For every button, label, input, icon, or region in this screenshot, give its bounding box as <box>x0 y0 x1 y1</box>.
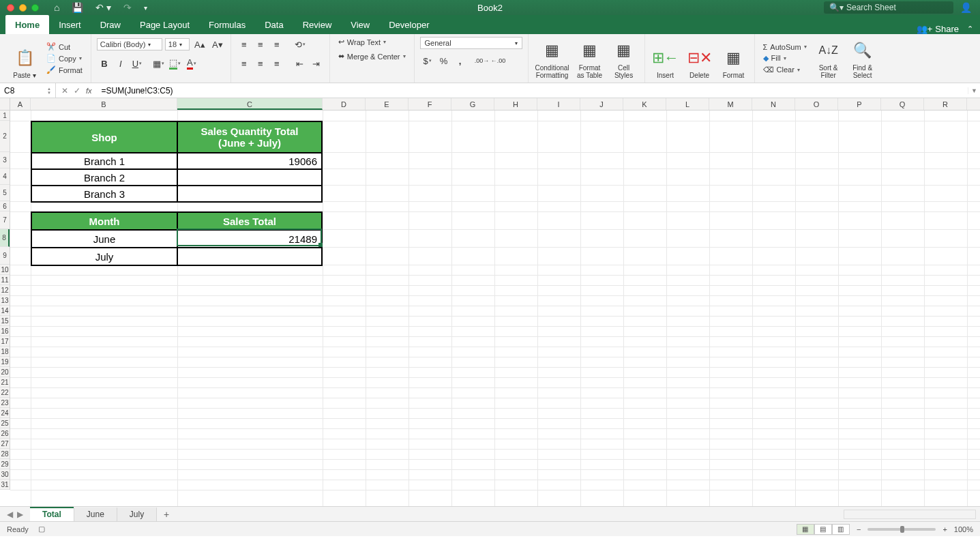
page-break-view-button[interactable]: ▥ <box>832 524 850 535</box>
copy-button[interactable]: 📄Copy▾ <box>44 53 85 63</box>
row-header-2[interactable]: 2 <box>0 121 10 152</box>
row-header-9[interactable]: 9 <box>0 247 10 265</box>
bold-button[interactable]: B <box>97 56 112 71</box>
add-sheet-button[interactable]: + <box>157 509 176 520</box>
clear-button[interactable]: ⌫Clear▾ <box>760 65 810 75</box>
cut-button[interactable]: ✂️Cut <box>44 42 85 52</box>
column-header-I[interactable]: I <box>537 98 580 110</box>
column-header-H[interactable]: H <box>494 98 537 110</box>
horizontal-scrollbar[interactable] <box>844 510 976 519</box>
table-cell[interactable]: Branch 2 <box>31 169 177 186</box>
macro-record-icon[interactable]: ▢ <box>38 525 45 533</box>
tab-insert[interactable]: Insert <box>49 15 91 34</box>
percent-button[interactable]: % <box>436 53 451 68</box>
worksheet-grid[interactable]: ABCDEFGHIJKLMNOPQR 123456789101112131415… <box>0 98 980 506</box>
row-header-7[interactable]: 7 <box>0 211 10 229</box>
increase-font-button[interactable]: A▴ <box>192 37 207 52</box>
row-header-11[interactable]: 11 <box>0 275 10 285</box>
confirm-formula-button[interactable]: ✓ <box>74 86 80 96</box>
row-header-31[interactable]: 31 <box>0 480 10 490</box>
italic-button[interactable]: I <box>113 56 128 71</box>
table-cell[interactable]: 21489 <box>177 230 322 248</box>
number-format-select[interactable]: General▾ <box>420 37 522 49</box>
maximize-window-button[interactable] <box>31 4 39 12</box>
redo-icon[interactable]: ↷ <box>123 2 132 13</box>
table-cell[interactable]: July <box>31 248 177 265</box>
row-header-28[interactable]: 28 <box>0 449 10 459</box>
expand-formula-bar-button[interactable]: ▼ <box>968 87 980 94</box>
cell-styles-button[interactable]: ▦Cell Styles <box>609 37 639 80</box>
row-header-22[interactable]: 22 <box>0 387 10 398</box>
share-button[interactable]: 👥+ Share <box>917 24 959 34</box>
row-header-23[interactable]: 23 <box>0 398 10 408</box>
borders-button[interactable]: ▦▾ <box>151 56 166 71</box>
cancel-formula-button[interactable]: ✕ <box>61 86 68 96</box>
decrease-decimal-button[interactable]: ←.00 <box>491 53 506 68</box>
increase-decimal-button[interactable]: .00→ <box>475 53 490 68</box>
delete-cells-button[interactable]: ⊟✕Delete <box>685 37 715 80</box>
row-header-14[interactable]: 14 <box>0 306 10 316</box>
undo-icon[interactable]: ↶ ▾ <box>95 2 111 13</box>
row-header-16[interactable]: 16 <box>0 326 10 336</box>
row-header-18[interactable]: 18 <box>0 347 10 357</box>
merge-center-button[interactable]: ⬌Merge & Center▾ <box>336 51 409 61</box>
minimize-window-button[interactable] <box>19 4 27 12</box>
row-header-15[interactable]: 15 <box>0 316 10 326</box>
table-cell[interactable] <box>177 248 322 265</box>
row-header-29[interactable]: 29 <box>0 459 10 469</box>
row-header-12[interactable]: 12 <box>0 285 10 295</box>
home-icon[interactable]: ⌂ <box>54 2 59 13</box>
row-header-24[interactable]: 24 <box>0 408 10 418</box>
font-color-button[interactable]: A▾ <box>184 56 199 71</box>
column-header-B[interactable]: B <box>31 98 177 110</box>
comma-button[interactable]: , <box>453 53 468 68</box>
row-header-8[interactable]: 8 <box>0 229 10 247</box>
save-icon[interactable]: 💾 <box>72 2 83 13</box>
tab-view[interactable]: View <box>341 15 379 34</box>
column-header-G[interactable]: G <box>451 98 494 110</box>
tab-data[interactable]: Data <box>255 15 293 34</box>
sheet-tab-july[interactable]: July <box>117 508 157 521</box>
fill-color-button[interactable]: ⬚▾ <box>168 56 183 71</box>
paste-button[interactable]: 📋 Paste ▾ <box>10 37 40 80</box>
row-header-19[interactable]: 19 <box>0 357 10 367</box>
align-top-button[interactable]: ≡ <box>237 37 252 52</box>
format-painter-button[interactable]: 🖌️Format <box>44 65 85 75</box>
prev-sheet-button[interactable]: ◀ <box>7 510 13 519</box>
zoom-level[interactable]: 100% <box>954 525 973 533</box>
column-header-C[interactable]: C <box>177 98 323 110</box>
increase-indent-button[interactable]: ⇥ <box>309 56 324 71</box>
autosum-button[interactable]: ΣAutoSum▾ <box>760 42 810 52</box>
page-layout-view-button[interactable]: ▤ <box>814 524 832 535</box>
column-header-F[interactable]: F <box>409 98 451 110</box>
tab-review[interactable]: Review <box>293 15 342 34</box>
table-cell[interactable]: 19066 <box>177 153 322 169</box>
tab-home[interactable]: Home <box>5 15 49 34</box>
sales-qty-header[interactable]: Sales Quantity Total (June + July) <box>177 121 322 153</box>
row-header-30[interactable]: 30 <box>0 469 10 480</box>
search-sheet-input[interactable]: 🔍▾ Search Sheet <box>824 1 953 14</box>
formula-input[interactable]: =SUM(June!C3:C5) <box>98 86 968 96</box>
find-select-button[interactable]: 🔍Find & Select <box>848 37 878 80</box>
wrap-text-button[interactable]: ↩Wrap Text▾ <box>336 37 389 47</box>
row-header-25[interactable]: 25 <box>0 418 10 428</box>
column-header-K[interactable]: K <box>623 98 666 110</box>
name-box[interactable]: C8 ▲▼ <box>0 83 56 98</box>
column-header-P[interactable]: P <box>838 98 881 110</box>
align-bottom-button[interactable]: ≡ <box>269 37 284 52</box>
table-cell[interactable] <box>177 186 322 202</box>
row-header-1[interactable]: 1 <box>0 111 10 121</box>
column-header-M[interactable]: M <box>709 98 752 110</box>
row-header-13[interactable]: 13 <box>0 295 10 306</box>
font-size-select[interactable]: 18▾ <box>165 38 190 50</box>
column-header-D[interactable]: D <box>323 98 366 110</box>
table-cell[interactable] <box>177 169 322 186</box>
row-header-4[interactable]: 4 <box>0 168 10 185</box>
close-window-button[interactable] <box>7 4 14 12</box>
tab-draw[interactable]: Draw <box>91 15 130 34</box>
row-header-3[interactable]: 3 <box>0 152 10 168</box>
format-as-table-button[interactable]: ▦Format as Table <box>575 37 605 80</box>
fx-icon[interactable]: fx <box>86 87 92 95</box>
customize-qat-icon[interactable]: ▾ <box>144 4 147 12</box>
next-sheet-button[interactable]: ▶ <box>17 510 23 519</box>
